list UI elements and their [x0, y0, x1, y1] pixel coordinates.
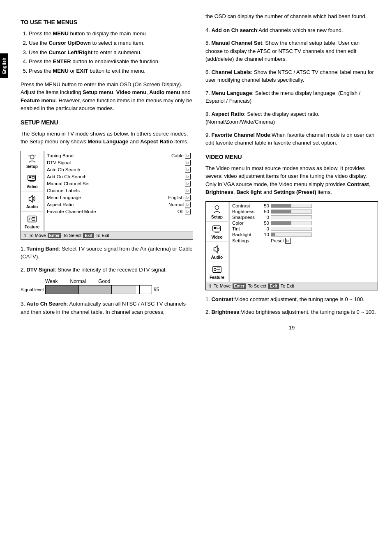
move-icon: ⇧ [23, 233, 27, 238]
section2-title: SETUP MENU [21, 119, 193, 126]
video-item-brightness: Brightness 50 [232, 209, 375, 214]
aspect-arrow[interactable]: ▷ [185, 202, 191, 207]
divider2 [111, 285, 112, 294]
menu-item-dtv: DTV Signal ▷ [47, 159, 191, 166]
video-item-backlight: Backlight 10 [232, 232, 375, 237]
menu-item-manual: Manual Channel Set ▷ [47, 180, 191, 187]
item-fav-mode: 9. Favorite Channel Mode:When favorite c… [205, 131, 378, 147]
page: English TO USE THE MENUS Press the MENU … [0, 0, 392, 550]
video-menu-footer: ⇧ To Move Enter To Select Exit To Exit [206, 282, 378, 290]
video-audio-icon [212, 244, 222, 255]
svg-point-0 [30, 155, 34, 159]
video-setup-icon [212, 204, 222, 214]
video-audio-label: Audio [211, 255, 223, 260]
enter-button[interactable]: Enter [48, 233, 62, 238]
video-item-color: Color 50 [232, 220, 375, 226]
setup-intro: The Setup menu in TV mode shows as below… [21, 130, 193, 146]
video-menu-items-list: Contrast 50 Brightness 50 Sharpness [230, 202, 378, 282]
manual-arrow[interactable]: ▷ [185, 181, 191, 186]
signal-bar [45, 285, 152, 294]
setup-menu-diagram: Setup Video [21, 151, 193, 240]
continued-text: the OSD can display the number of channe… [205, 12, 378, 21]
settings-arrow[interactable]: ▷ [285, 238, 291, 244]
feature-label: Feature [25, 225, 39, 229]
video-icon-box: Video [21, 171, 44, 191]
normal-label: Normal [70, 278, 86, 284]
menu-item-chlab: Channel Labels ▷ [47, 187, 191, 194]
weak-bar [46, 285, 78, 294]
menu-item-tuning: Tuning Band Cable ▷ [47, 152, 191, 159]
svg-rect-17 [217, 227, 219, 229]
item-dtv-signal: 2. DTV Signal: Show the intensity of the… [21, 266, 193, 274]
video-audio-icon-box: Audio [206, 242, 228, 262]
setup-icon-box: Setup [21, 151, 44, 171]
video-video-icon [212, 224, 222, 235]
video-move-icon: ⇧ [208, 283, 212, 289]
good-bar [111, 285, 136, 294]
autoch-arrow[interactable]: ▷ [185, 167, 191, 173]
video-feature-label: Feature [210, 275, 224, 280]
weak-label: Weak [45, 278, 58, 284]
svg-marker-19 [214, 246, 217, 253]
footer-move-text: To Move [29, 233, 46, 238]
signal-header: Weak Normal Good [21, 278, 193, 284]
video-section-title: VIDEO MENU [205, 154, 378, 160]
left-column: TO USE THE MENUS Press the MENU button t… [21, 12, 201, 538]
video-enter-button[interactable]: Enter [233, 283, 247, 289]
svg-point-14 [215, 205, 219, 209]
steps-list: Press the MENU button to display the mai… [29, 30, 193, 76]
intro-text: Press the MENU button to enter the main … [21, 81, 193, 113]
svg-rect-5 [29, 176, 32, 178]
item-add-ch: 4. Add on Ch search:Add channels which a… [205, 26, 378, 35]
svg-line-1 [29, 155, 30, 156]
svg-point-21 [214, 268, 217, 271]
step-1: Press the MENU button to display the mai… [29, 30, 193, 38]
section1-title: TO USE THE MENUS [21, 19, 193, 25]
svg-rect-6 [32, 176, 35, 178]
chlab-arrow[interactable]: ▷ [185, 188, 191, 193]
menu-item-favorite: Favorite Channel Mode Off ▷ [47, 208, 191, 215]
lang-arrow[interactable]: ▷ [185, 195, 191, 200]
svg-rect-16 [214, 227, 217, 229]
signal-marker [139, 285, 140, 294]
addonch-arrow[interactable]: ▷ [185, 174, 191, 179]
svg-marker-8 [29, 196, 32, 203]
setup-menu-footer: ⇧ To Move Enter To Select Exit To Exit [21, 231, 193, 239]
video-item-settings: Settings Preset ▷ [232, 237, 375, 244]
setup-label: Setup [26, 164, 38, 169]
svg-point-10 [29, 218, 32, 220]
footer-select-text: To Select [63, 233, 81, 238]
video-video-label: Video [211, 235, 222, 239]
signal-bar-row: Signal level 95 [21, 285, 193, 294]
step-5: Press the MENU or EXIT button to exit th… [29, 67, 193, 76]
video-menu-diagram: Setup Video [205, 201, 378, 290]
tuning-arrow[interactable]: ▷ [185, 153, 191, 159]
favorite-arrow[interactable]: ▷ [185, 209, 191, 214]
exit-button[interactable]: Exit [83, 233, 94, 238]
menu-item-lang: Menu Language English ▷ [47, 194, 191, 201]
video-footer-select-text: To Select [248, 283, 266, 288]
video-setup-label: Setup [211, 215, 223, 219]
item-tuning-band: 1. Tuning Band: Select TV source signal … [21, 245, 193, 261]
video-video-icon-box: Video [206, 222, 228, 242]
video-exit-button[interactable]: Exit [268, 283, 279, 289]
audio-icon [27, 193, 37, 204]
video-icon [27, 173, 37, 184]
feature-icon-box: Feature [21, 212, 44, 231]
page-number: 19 [205, 324, 378, 331]
item-auto-ch: 3. Auto Ch Search: Automatically scan al… [21, 300, 193, 316]
dtv-arrow[interactable]: ▷ [185, 160, 191, 166]
menu-item-autoch: Auto Ch Search ▷ [47, 166, 191, 173]
step-2: Use the Cursor Up/Down to select a menu … [29, 39, 193, 48]
item-manual-ch: 5. Manual Channel Set: Show the channel … [205, 39, 378, 63]
side-label: English [0, 53, 8, 78]
item-ch-labels: 6. Channel Labels: Show the NTSC / ATSC … [205, 68, 378, 84]
video-footer-move-text: To Move [214, 283, 231, 288]
audio-icon-box: Audio [21, 191, 44, 212]
right-column: the OSD can display the number of channe… [201, 12, 378, 538]
step-4: Press the ENTER button to enable/disable… [29, 58, 193, 66]
feature-icon [27, 214, 37, 224]
video-item-tint: Tint 0 [232, 226, 375, 232]
footer-exit-text: To Exit [96, 233, 109, 238]
menu-items-list: Tuning Band Cable ▷ DTV Signal ▷ Auto Ch… [45, 151, 193, 231]
